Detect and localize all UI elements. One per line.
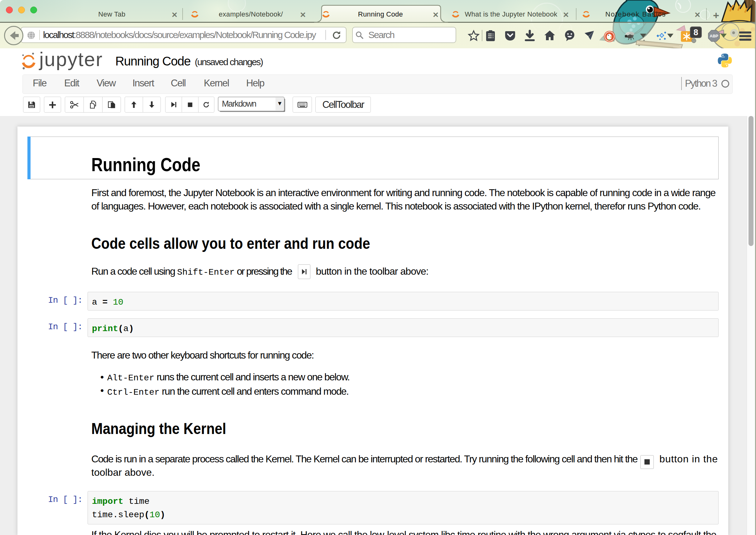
svg-text:ABP: ABP	[710, 34, 718, 38]
